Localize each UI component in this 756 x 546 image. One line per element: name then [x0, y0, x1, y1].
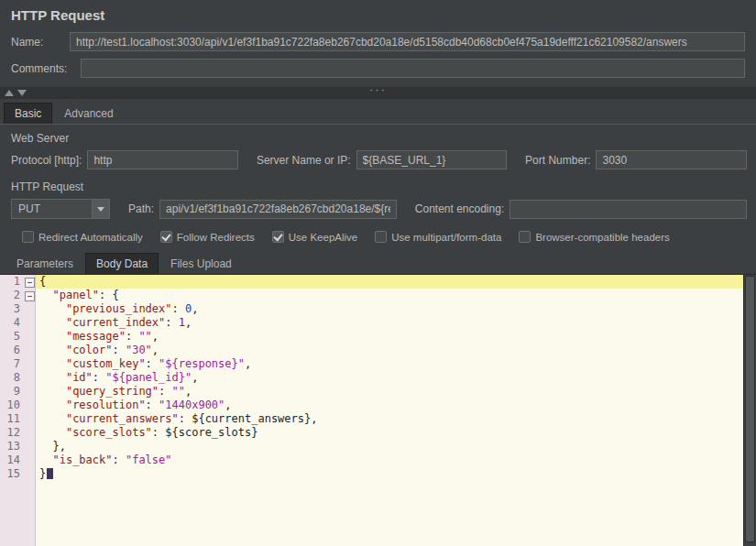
content-encoding-input[interactable] [509, 200, 747, 219]
line-number: 4 [0, 316, 24, 330]
line-number: 7 [0, 357, 24, 371]
editor-empty-space[interactable] [0, 481, 743, 546]
code-line[interactable]: 8 "id": "${panel_id}", [0, 371, 743, 385]
web-server-section-title: Web Server [0, 125, 756, 148]
checkbox-label: Redirect Automatically [38, 232, 143, 243]
fold-toggle-icon[interactable] [24, 275, 36, 289]
content-encoding-label: Content encoding: [415, 202, 504, 215]
code-text: "query_string": "", [36, 385, 743, 399]
name-input[interactable] [70, 32, 745, 51]
tab-files-upload[interactable]: Files Upload [159, 253, 243, 274]
code-line[interactable]: 13 }, [0, 440, 743, 453]
tab-body-data[interactable]: Body Data [85, 253, 159, 274]
code-text: "is_back": "false" [36, 453, 743, 467]
line-number: 10 [0, 399, 24, 412]
main-tab-bar: Basic Advanced [0, 99, 756, 125]
code-line[interactable]: 11 "current_answers": ${current_answers}… [0, 412, 743, 426]
line-number: 6 [0, 344, 24, 357]
checkbox-label: Use multipart/form-data [391, 232, 501, 243]
code-text: "current_answers": ${current_answers}, [36, 412, 743, 426]
code-text: "message": "", [36, 330, 743, 344]
name-row: Name: [11, 32, 745, 51]
server-name-input[interactable] [356, 150, 508, 169]
checkbox-browser-compatible-headers[interactable]: Browser-compatible headers [519, 231, 669, 243]
tab-basic[interactable]: Basic [4, 103, 52, 124]
checkbox-box [272, 231, 284, 243]
code-line[interactable]: 12 "score_slots": ${score_slots} [0, 426, 743, 440]
code-line[interactable]: 3 "previous_index": 0, [0, 302, 743, 316]
http-request-row: PUT Path: Content encoding: [0, 197, 756, 223]
page-title: HTTP Request [11, 7, 745, 23]
checkbox-label: Follow Redirects [177, 232, 255, 243]
comments-label: Comments: [11, 62, 81, 75]
checkbox-box [519, 231, 531, 243]
port-number-label: Port Number: [525, 154, 590, 167]
code-text: { [36, 275, 743, 289]
protocol-input[interactable] [87, 150, 238, 169]
body-data-editor[interactable]: 1{2 "panel": {3 "previous_index": 0,4 "c… [0, 275, 756, 546]
code-line[interactable]: 4 "current_index": 1, [0, 316, 743, 330]
code-text: "resolution": "1440x900", [36, 399, 743, 412]
code-text: } [36, 467, 743, 481]
code-text: "previous_index": 0, [36, 302, 743, 316]
code-line[interactable]: 6 "color": "30", [0, 344, 743, 357]
fold-toggle-icon[interactable] [24, 289, 36, 302]
splitter-grip-dots[interactable]: ··· [369, 86, 387, 93]
chevron-down-icon [97, 207, 104, 212]
line-number: 11 [0, 412, 24, 426]
code-text: "custom_key": "${response}", [36, 357, 743, 371]
fold-gutter [24, 440, 36, 453]
line-number: 8 [0, 371, 24, 385]
code-line[interactable]: 2 "panel": { [0, 289, 743, 302]
code-line[interactable]: 1{ [0, 275, 743, 289]
tab-parameters[interactable]: Parameters [5, 253, 84, 274]
body-tab-bar: Parameters Body Data Files Upload [0, 251, 756, 275]
tab-advanced[interactable]: Advanced [53, 103, 124, 124]
code-lines: 1{2 "panel": {3 "previous_index": 0,4 "c… [0, 275, 743, 481]
checkbox-follow-redirects[interactable]: Follow Redirects [160, 231, 255, 243]
code-line[interactable]: 5 "message": "", [0, 330, 743, 344]
fold-gutter [24, 467, 36, 481]
split-pane-divider[interactable]: ··· [0, 87, 756, 99]
method-dropdown[interactable]: PUT [11, 199, 110, 219]
checkbox-label: Browser-compatible headers [535, 232, 669, 243]
code-text: "color": "30", [36, 344, 743, 357]
http-request-section-title: HTTP Request [0, 173, 756, 197]
editor-vertical-scrollbar[interactable] [743, 275, 756, 546]
checkbox-use-multipart-form-data[interactable]: Use multipart/form-data [375, 231, 501, 243]
code-line[interactable]: 9 "query_string": "", [0, 385, 743, 399]
fold-gutter [24, 344, 36, 357]
dropdown-arrow-button[interactable] [92, 200, 109, 218]
collapse-up-icon[interactable] [5, 90, 14, 96]
scrollbar-thumb[interactable] [745, 276, 755, 542]
web-server-row: Protocol [http]: Server Name or IP: Port… [0, 148, 756, 173]
line-number: 3 [0, 302, 24, 316]
fold-gutter [24, 357, 36, 371]
code-editor[interactable]: 1{2 "panel": {3 "previous_index": 0,4 "c… [0, 275, 743, 546]
fold-gutter [24, 330, 36, 344]
code-line[interactable]: 15} [0, 467, 743, 481]
line-number: 2 [0, 289, 24, 302]
code-text: }, [36, 440, 743, 453]
checkbox-redirect-automatically[interactable]: Redirect Automatically [22, 231, 143, 243]
collapse-down-icon[interactable] [17, 90, 27, 96]
line-number: 5 [0, 330, 24, 344]
line-number: 1 [0, 275, 24, 289]
fold-gutter-fill [24, 481, 36, 546]
code-text: "score_slots": ${score_slots} [36, 426, 743, 440]
comments-row: Comments: [11, 59, 745, 78]
code-text: "id": "${panel_id}", [36, 371, 743, 385]
comments-input[interactable] [81, 59, 745, 78]
code-line[interactable]: 14 "is_back": "false" [0, 453, 743, 467]
fold-gutter [24, 412, 36, 426]
code-fill [36, 481, 743, 546]
code-line[interactable]: 10 "resolution": "1440x900", [0, 399, 743, 412]
method-value: PUT [12, 200, 92, 218]
path-input[interactable] [159, 200, 397, 219]
text-caret [47, 468, 53, 479]
code-text: "current_index": 1, [36, 316, 743, 330]
checkbox-box [160, 231, 172, 243]
code-line[interactable]: 7 "custom_key": "${response}", [0, 357, 743, 371]
port-number-input[interactable] [596, 150, 747, 169]
checkbox-use-keepalive[interactable]: Use KeepAlive [272, 231, 357, 243]
